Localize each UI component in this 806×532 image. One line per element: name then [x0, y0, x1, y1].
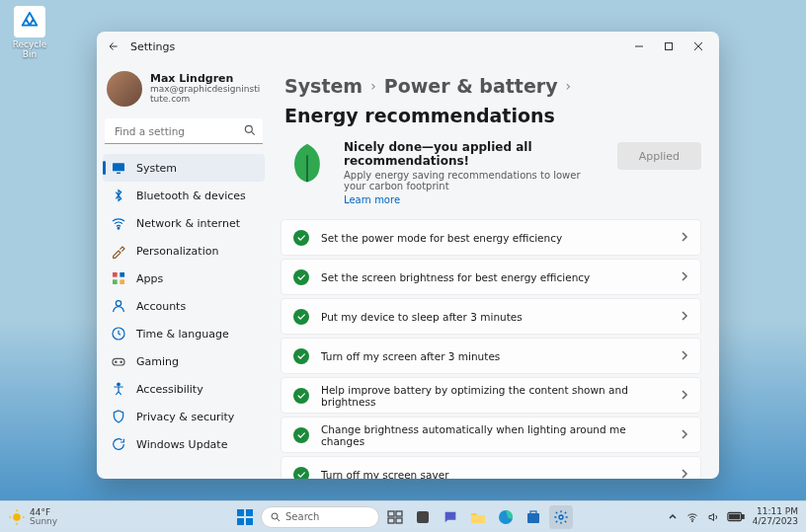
- time-icon: [111, 326, 126, 342]
- clock[interactable]: 11:11 PM 4/27/2023: [753, 507, 798, 527]
- recommendation-label: Put my device to sleep after 3 minutes: [321, 311, 669, 323]
- svg-line-5: [251, 131, 254, 134]
- task-view-icon[interactable]: [383, 505, 407, 529]
- content: System›Power & battery›Energy recommenda…: [271, 61, 719, 479]
- recommendation-row[interactable]: Turn off my screen saver: [281, 456, 701, 479]
- svg-rect-34: [396, 518, 402, 523]
- recommendation-label: Help improve battery by optimizing the c…: [321, 384, 669, 408]
- sun-icon: [8, 508, 26, 526]
- svg-point-13: [116, 301, 121, 306]
- learn-more-link[interactable]: Learn more: [344, 194, 604, 205]
- recommendation-label: Change brightness automatically when lig…: [321, 423, 669, 447]
- recommendation-label: Turn off my screen after 3 minutes: [321, 350, 669, 362]
- nav-item-label: Time & language: [136, 328, 229, 341]
- svg-line-30: [277, 518, 280, 521]
- start-button[interactable]: [233, 505, 257, 529]
- privacy-icon: [111, 409, 126, 424]
- nav-item-update[interactable]: Windows Update: [103, 430, 265, 458]
- nav-item-gaming[interactable]: Gaming: [103, 347, 265, 375]
- svg-point-8: [118, 227, 120, 229]
- svg-point-29: [272, 513, 278, 519]
- breadcrumb-item[interactable]: System: [284, 75, 363, 97]
- check-icon: [293, 269, 309, 285]
- volume-icon[interactable]: [707, 511, 719, 523]
- widgets-icon[interactable]: [411, 505, 435, 529]
- close-button[interactable]: [684, 34, 713, 59]
- profile[interactable]: Max Lindgren max@graphicdesigninstitute.…: [103, 65, 265, 118]
- chevron-right-icon: [681, 386, 688, 405]
- settings-icon[interactable]: [549, 505, 573, 529]
- edge-icon[interactable]: [494, 505, 518, 529]
- svg-rect-35: [417, 511, 429, 523]
- nav-item-accounts[interactable]: Accounts: [103, 292, 265, 320]
- leaf-icon: [284, 140, 330, 186]
- breadcrumb-item[interactable]: Power & battery: [384, 75, 558, 97]
- nav-item-bluetooth[interactable]: Bluetooth & devices: [103, 182, 265, 209]
- weather-cond: Sunny: [30, 517, 57, 526]
- chevron-right-icon: [681, 228, 688, 247]
- recommendation-row[interactable]: Set the screen brightness for best energ…: [281, 259, 701, 295]
- nav-item-label: System: [136, 162, 177, 175]
- svg-point-16: [116, 361, 117, 362]
- check-icon: [293, 309, 309, 325]
- tray-chevron-icon[interactable]: [668, 512, 678, 522]
- wifi-icon[interactable]: [685, 511, 699, 523]
- update-icon: [111, 436, 126, 452]
- recommendation-row[interactable]: Set the power mode for best energy effic…: [281, 219, 701, 256]
- settings-window: Settings Max Lindgren max@graphicdesigni…: [97, 32, 719, 479]
- svg-rect-32: [396, 511, 402, 516]
- recommendation-row[interactable]: Help improve battery by optimizing the c…: [281, 377, 701, 414]
- check-icon: [293, 467, 309, 480]
- weather-widget[interactable]: 44°F Sunny: [8, 508, 57, 526]
- svg-rect-28: [246, 518, 253, 525]
- recycle-bin[interactable]: Recycle Bin: [6, 6, 53, 59]
- check-icon: [293, 388, 309, 404]
- accounts-icon: [111, 298, 126, 314]
- nav-item-wifi[interactable]: Network & internet: [103, 209, 265, 237]
- nav-item-label: Accessibility: [136, 383, 203, 396]
- chevron-right-icon: [681, 465, 688, 479]
- applied-button: Applied: [617, 142, 701, 170]
- svg-point-4: [245, 125, 252, 132]
- nav-item-apps[interactable]: Apps: [103, 265, 265, 292]
- recommendation-label: Set the screen brightness for best energ…: [321, 271, 669, 283]
- search-input[interactable]: [105, 118, 263, 144]
- search-box[interactable]: [105, 118, 263, 144]
- battery-icon[interactable]: [727, 511, 745, 522]
- nav-item-system[interactable]: System: [103, 154, 265, 182]
- svg-rect-11: [113, 279, 118, 284]
- nav-item-label: Apps: [136, 272, 163, 285]
- svg-rect-26: [246, 509, 253, 516]
- svg-rect-36: [471, 515, 485, 523]
- recommendation-row[interactable]: Turn off my screen after 3 minutes: [281, 338, 701, 374]
- avatar: [107, 71, 142, 107]
- chat-icon[interactable]: [439, 505, 462, 529]
- recycle-bin-label: Recycle Bin: [6, 39, 53, 59]
- maximize-button[interactable]: [654, 34, 684, 59]
- window-title: Settings: [130, 40, 175, 53]
- back-button[interactable]: [103, 36, 124, 57]
- recommendation-row[interactable]: Put my device to sleep after 3 minutes: [281, 298, 701, 335]
- sidebar: Max Lindgren max@graphicdesigninstitute.…: [97, 61, 271, 479]
- svg-rect-44: [730, 514, 740, 519]
- check-icon: [293, 427, 309, 443]
- taskbar-search-label: Search: [285, 511, 319, 522]
- recommendation-row[interactable]: Change brightness automatically when lig…: [281, 417, 701, 453]
- nav-item-label: Gaming: [136, 355, 179, 368]
- chevron-right-icon: [681, 267, 688, 286]
- store-icon[interactable]: [522, 505, 545, 529]
- file-explorer-icon[interactable]: [466, 505, 490, 529]
- nav-item-personalization[interactable]: Personalization: [103, 237, 265, 265]
- taskbar: 44°F Sunny Search 11:11 PM 4/27/2023: [0, 500, 806, 532]
- bluetooth-icon: [111, 188, 126, 203]
- svg-rect-15: [113, 358, 124, 365]
- taskbar-search[interactable]: Search: [261, 506, 379, 528]
- minimize-button[interactable]: [624, 34, 654, 59]
- hero-subtitle: Apply energy saving recommendations to l…: [344, 170, 604, 191]
- nav-item-label: Personalization: [136, 245, 218, 258]
- nav-item-time[interactable]: Time & language: [103, 320, 265, 347]
- nav-item-accessibility[interactable]: Accessibility: [103, 375, 265, 403]
- nav-item-privacy[interactable]: Privacy & security: [103, 403, 265, 430]
- svg-rect-7: [117, 173, 121, 174]
- breadcrumb-item: Energy recommendations: [284, 105, 555, 126]
